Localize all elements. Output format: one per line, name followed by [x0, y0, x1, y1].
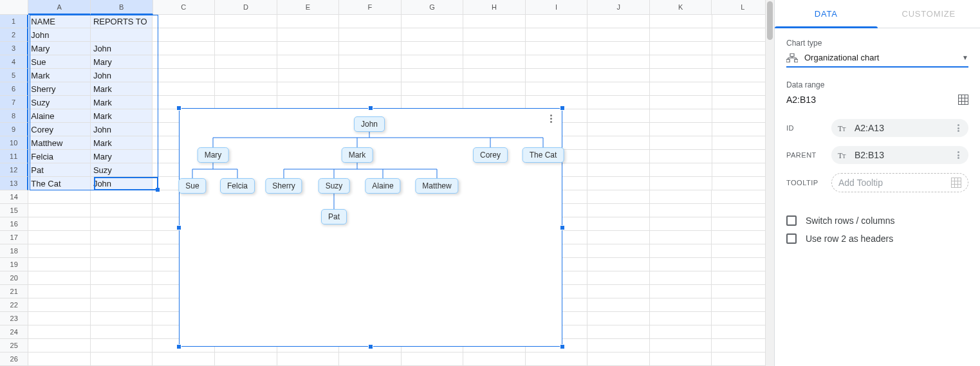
cell[interactable]: Sherry	[28, 82, 91, 96]
cell[interactable]	[91, 244, 153, 258]
cell[interactable]	[28, 325, 91, 339]
row-header[interactable]: 4	[0, 55, 28, 69]
cell[interactable]	[153, 42, 215, 55]
cell[interactable]	[587, 271, 650, 285]
cell[interactable]	[91, 312, 153, 325]
cell[interactable]	[28, 231, 91, 244]
tab-customize[interactable]: CUSTOMIZE	[878, 0, 981, 28]
col-header-H[interactable]: H	[463, 0, 526, 15]
chart-type-select[interactable]: Organizational chart ▼	[786, 53, 968, 68]
row-header[interactable]: 24	[0, 325, 28, 339]
row-header[interactable]: 7	[0, 96, 28, 109]
cell[interactable]	[91, 325, 153, 339]
cell[interactable]	[650, 96, 712, 109]
cell[interactable]	[28, 204, 91, 217]
cell[interactable]	[215, 28, 277, 42]
cell[interactable]	[28, 271, 91, 285]
cell[interactable]: John	[91, 123, 153, 136]
cell[interactable]: Pat	[28, 163, 91, 177]
row-header[interactable]: 13	[0, 177, 28, 190]
cell[interactable]	[28, 285, 91, 298]
cell[interactable]	[650, 298, 712, 312]
cell[interactable]	[650, 177, 712, 190]
cell[interactable]	[28, 339, 91, 352]
resize-handle-s[interactable]	[368, 344, 373, 349]
more-icon[interactable]	[955, 124, 962, 132]
cell[interactable]	[587, 298, 650, 312]
spreadsheet-area[interactable]: A B C D E F G H I J K L 1NAMEREPORTS TO2…	[0, 0, 774, 366]
cell[interactable]	[463, 15, 526, 28]
cell[interactable]	[91, 190, 153, 204]
cell[interactable]: Alaine	[28, 109, 91, 123]
cell[interactable]: Mark	[91, 96, 153, 109]
org-node[interactable]: Suzy	[319, 178, 350, 194]
row-header[interactable]: 15	[0, 204, 28, 217]
parent-range-pill[interactable]: TT B2:B13	[831, 146, 968, 164]
cell[interactable]	[587, 177, 650, 190]
cell[interactable]	[28, 352, 91, 366]
cell[interactable]: Suzy	[28, 96, 91, 109]
cell[interactable]	[402, 28, 464, 42]
cell[interactable]	[339, 55, 402, 69]
cell[interactable]	[650, 42, 712, 55]
row-header[interactable]: 14	[0, 190, 28, 204]
use-row-headers-checkbox[interactable]: Use row 2 as headers	[786, 233, 968, 244]
cell[interactable]	[339, 42, 402, 55]
cell[interactable]	[91, 271, 153, 285]
row-header[interactable]: 3	[0, 42, 28, 55]
cell[interactable]	[339, 82, 402, 96]
cell[interactable]	[91, 285, 153, 298]
cell[interactable]	[587, 325, 650, 339]
cell[interactable]	[91, 217, 153, 231]
cell[interactable]	[463, 55, 526, 69]
cell[interactable]	[28, 298, 91, 312]
cell[interactable]	[28, 244, 91, 258]
cell[interactable]	[402, 42, 464, 55]
cell[interactable]	[153, 96, 215, 109]
cell[interactable]	[215, 82, 277, 96]
cell[interactable]	[587, 352, 650, 366]
org-node[interactable]: Sue	[178, 178, 206, 194]
cell[interactable]	[587, 244, 650, 258]
org-node[interactable]: The Cat	[522, 147, 564, 163]
cell[interactable]	[277, 69, 340, 82]
cell[interactable]: Mark	[28, 69, 91, 82]
cell[interactable]	[650, 204, 712, 217]
org-node[interactable]: Sherry	[265, 178, 302, 194]
col-header-F[interactable]: F	[339, 0, 402, 15]
org-node[interactable]: Mark	[342, 147, 373, 163]
switch-rows-cols-checkbox[interactable]: Switch rows / columns	[786, 215, 968, 226]
cell[interactable]	[650, 109, 712, 123]
row-header[interactable]: 19	[0, 258, 28, 271]
row-header[interactable]: 25	[0, 339, 28, 352]
row-header[interactable]: 17	[0, 231, 28, 244]
cell[interactable]	[650, 258, 712, 271]
cell[interactable]	[463, 28, 526, 42]
cell[interactable]	[587, 150, 650, 163]
chart-object[interactable]: John Mary Mark Corey The Cat Sue Felcia …	[179, 108, 562, 347]
cell[interactable]	[587, 217, 650, 231]
row-header[interactable]: 10	[0, 136, 28, 150]
cell[interactable]	[650, 55, 712, 69]
cell[interactable]	[402, 82, 464, 96]
resize-handle-ne[interactable]	[560, 105, 565, 111]
cell[interactable]	[91, 258, 153, 271]
cell[interactable]: Mark	[91, 82, 153, 96]
cell[interactable]: John	[91, 69, 153, 82]
cell[interactable]	[587, 15, 650, 28]
cell[interactable]	[28, 190, 91, 204]
row-header[interactable]: 8	[0, 109, 28, 123]
cell[interactable]	[28, 312, 91, 325]
cell[interactable]	[650, 82, 712, 96]
cell[interactable]	[215, 55, 277, 69]
cell[interactable]	[339, 15, 402, 28]
cell[interactable]: Mark	[91, 136, 153, 150]
cell[interactable]	[650, 312, 712, 325]
row-header[interactable]: 11	[0, 150, 28, 163]
cell[interactable]	[463, 42, 526, 55]
cell[interactable]	[587, 123, 650, 136]
scrollbar-thumb[interactable]	[767, 1, 773, 40]
cell[interactable]	[153, 69, 215, 82]
col-header-D[interactable]: D	[215, 0, 277, 15]
cell[interactable]	[587, 163, 650, 177]
